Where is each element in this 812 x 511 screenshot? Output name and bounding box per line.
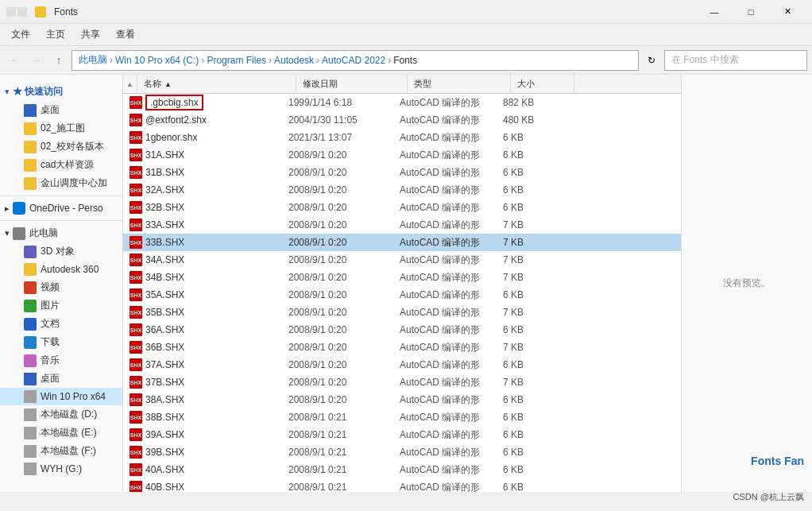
- shx-file-icon: SHX: [130, 306, 142, 319]
- table-row[interactable]: SHX33A.SHX2008/9/1 0:20AutoCAD 编译的形7 KB: [123, 216, 681, 234]
- sidebar-item-quick-access[interactable]: ▾ ★ 快速访问: [0, 83, 122, 101]
- csdn-badge: CSDN @杭上云飘: [733, 491, 804, 503]
- close-button[interactable]: ✕: [769, 0, 806, 24]
- sidebar-label-proofreading: 02_校对各版本: [41, 140, 104, 153]
- sidebar-item-videos[interactable]: 视频: [0, 278, 122, 296]
- forward-button[interactable]: →: [27, 51, 46, 70]
- table-row[interactable]: SHX32B.SHX2008/9/1 0:20AutoCAD 编译的形6 KB: [123, 199, 681, 216]
- sidebar-item-desktop2[interactable]: 桌面: [0, 370, 122, 388]
- table-row[interactable]: SHX31B.SHX2008/9/1 0:20AutoCAD 编译的形6 KB: [123, 164, 681, 181]
- doc-icon: [24, 318, 37, 331]
- file-name-cell: SHX@extfont2.shx: [123, 111, 282, 129]
- sidebar-item-downloads[interactable]: 下载: [0, 333, 122, 351]
- sort-arrow: ▲: [164, 80, 172, 88]
- file-date-cell: 2008/9/1 0:20: [282, 356, 393, 374]
- desktop-icon: [24, 104, 37, 117]
- sidebar-item-drive-d[interactable]: 本地磁盘 (D:): [0, 405, 122, 424]
- file-size-cell: 6 KB: [497, 356, 560, 374]
- sidebar-item-autodesk360[interactable]: Autodesk 360: [0, 261, 122, 278]
- table-row[interactable]: SHX38A.SHX2008/9/1 0:20AutoCAD 编译的形6 KB: [123, 391, 681, 408]
- col-size-label: 大小: [517, 78, 535, 90]
- sidebar-item-drive-f[interactable]: 本地磁盘 (F:): [0, 442, 122, 460]
- sidebar-item-documents[interactable]: 文档: [0, 315, 122, 333]
- sidebar-item-cad[interactable]: cad大样资源: [0, 156, 122, 174]
- file-name: 36B.SHX: [145, 342, 184, 353]
- file-size-cell: 6 KB: [497, 146, 560, 164]
- table-row[interactable]: SHX33B.SHX2008/9/1 0:20AutoCAD 编译的形7 KB: [123, 234, 681, 251]
- table-row[interactable]: SHX.gbcbig.shx1999/1/14 6:18AutoCAD 编译的形…: [123, 94, 681, 111]
- sidebar-item-desktop1[interactable]: 桌面: [0, 101, 122, 119]
- file-type-cell: AutoCAD 编译的形: [393, 94, 497, 111]
- table-row[interactable]: SHX38B.SHX2008/9/1 0:21AutoCAD 编译的形6 KB: [123, 408, 681, 426]
- sidebar-item-drive-g[interactable]: WYH (G:): [0, 460, 122, 478]
- title-icons: Fonts: [6, 6, 78, 17]
- file-name: 38B.SHX: [145, 412, 184, 423]
- table-row[interactable]: SHX40A.SHX2008/9/1 0:21AutoCAD 编译的形6 KB: [123, 461, 681, 478]
- sidebar-item-construction[interactable]: 02_施工图: [0, 119, 122, 137]
- address-pc[interactable]: 此电脑: [79, 53, 107, 67]
- file-date-cell: 2008/9/1 0:20: [282, 286, 393, 304]
- address-autodesk[interactable]: Autodesk: [274, 55, 314, 66]
- address-autocad[interactable]: AutoCAD 2022: [322, 55, 385, 66]
- menu-home[interactable]: 主页: [38, 25, 73, 45]
- sidebar-item-proofreading[interactable]: 02_校对各版本: [0, 137, 122, 156]
- sidebar-item-drive-e[interactable]: 本地磁盘 (E:): [0, 424, 122, 442]
- table-row[interactable]: SHX36B.SHX2008/9/1 0:20AutoCAD 编译的形7 KB: [123, 339, 681, 356]
- sidebar-label-music: 音乐: [41, 354, 60, 367]
- sidebar-label-3d: 3D 对象: [41, 245, 75, 258]
- file-date-cell: 2008/9/1 0:20: [282, 199, 393, 216]
- file-name-cell: SHX36B.SHX: [123, 339, 282, 356]
- sidebar-label-construction: 02_施工图: [41, 122, 85, 135]
- address-program-files[interactable]: Program Files: [207, 55, 266, 66]
- table-row[interactable]: SHX35A.SHX2008/9/1 0:20AutoCAD 编译的形6 KB: [123, 286, 681, 304]
- table-row[interactable]: SHX34B.SHX2008/9/1 0:20AutoCAD 编译的形7 KB: [123, 269, 681, 286]
- file-type-cell: AutoCAD 编译的形: [393, 374, 497, 391]
- col-header-name[interactable]: 名称 ▲: [137, 75, 296, 93]
- folder-icon-construction: [24, 122, 37, 135]
- menu-file[interactable]: 文件: [3, 25, 38, 45]
- sidebar-item-jinshan[interactable]: 金山调度中心加: [0, 174, 122, 192]
- file-name-cell: SHX35B.SHX: [123, 304, 282, 321]
- sidebar-item-win10[interactable]: Win 10 Pro x64: [0, 388, 122, 405]
- back-button[interactable]: ←: [5, 51, 24, 70]
- maximize-button[interactable]: □: [733, 0, 769, 24]
- refresh-button[interactable]: ↻: [642, 51, 661, 70]
- table-row[interactable]: SHX39A.SHX2008/9/1 0:21AutoCAD 编译的形6 KB: [123, 426, 681, 443]
- shx-file-icon: SHX: [130, 428, 142, 441]
- table-row[interactable]: SHX31A.SHX2008/9/1 0:20AutoCAD 编译的形6 KB: [123, 146, 681, 164]
- minimize-button[interactable]: —: [696, 0, 733, 24]
- file-size-cell: 7 KB: [497, 234, 560, 251]
- col-header-size[interactable]: 大小: [511, 75, 574, 93]
- file-name: 37B.SHX: [145, 377, 184, 388]
- table-row[interactable]: SHX@extfont2.shx2004/1/30 11:05AutoCAD 编…: [123, 111, 681, 129]
- col-header-date[interactable]: 修改日期: [296, 75, 408, 93]
- sidebar-item-onedrive[interactable]: ▸ OneDrive - Perso: [0, 199, 122, 217]
- table-row[interactable]: SHX39B.SHX2008/9/1 0:21AutoCAD 编译的形6 KB: [123, 443, 681, 461]
- up-button[interactable]: ↑: [49, 51, 68, 70]
- table-row[interactable]: SHX34A.SHX2008/9/1 0:20AutoCAD 编译的形7 KB: [123, 251, 681, 269]
- music-icon: [24, 354, 37, 367]
- table-row[interactable]: SHX35B.SHX2008/9/1 0:20AutoCAD 编译的形7 KB: [123, 304, 681, 321]
- table-row[interactable]: SHX40B.SHX2008/9/1 0:21AutoCAD 编译的形6 KB: [123, 478, 681, 492]
- menu-view[interactable]: 查看: [108, 25, 143, 45]
- sidebar-item-music[interactable]: 音乐: [0, 351, 122, 370]
- table-row[interactable]: SHX32A.SHX2008/9/1 0:20AutoCAD 编译的形6 KB: [123, 181, 681, 199]
- search-box[interactable]: 在 Fonts 中搜索: [664, 50, 807, 71]
- sidebar-item-3d[interactable]: 3D 对象: [0, 242, 122, 261]
- sidebar-label-desktop1: 桌面: [41, 103, 60, 117]
- table-row[interactable]: SHX37B.SHX2008/9/1 0:20AutoCAD 编译的形7 KB: [123, 374, 681, 391]
- shx-file-icon: SHX: [130, 288, 142, 301]
- table-row[interactable]: SHX37A.SHX2008/9/1 0:20AutoCAD 编译的形6 KB: [123, 356, 681, 374]
- sidebar-label-downloads: 下载: [41, 335, 60, 349]
- file-type-cell: AutoCAD 编译的形: [393, 164, 497, 181]
- col-header-type[interactable]: 类型: [408, 75, 511, 93]
- shx-file-icon: SHX: [130, 271, 142, 284]
- table-row[interactable]: SHX1gbenor.shx2021/3/1 13:07AutoCAD 编译的形…: [123, 129, 681, 146]
- address-box[interactable]: 此电脑 › Win 10 Pro x64 (C:) › Program File…: [72, 50, 639, 71]
- table-row[interactable]: SHX36A.SHX2008/9/1 0:20AutoCAD 编译的形6 KB: [123, 321, 681, 339]
- file-type-cell: AutoCAD 编译的形: [393, 408, 497, 426]
- sidebar-item-thispc[interactable]: ▾ 此电脑: [0, 224, 122, 242]
- sidebar-item-pictures[interactable]: 图片: [0, 296, 122, 315]
- menu-share[interactable]: 共享: [73, 25, 108, 45]
- address-drive[interactable]: Win 10 Pro x64 (C:): [115, 55, 199, 66]
